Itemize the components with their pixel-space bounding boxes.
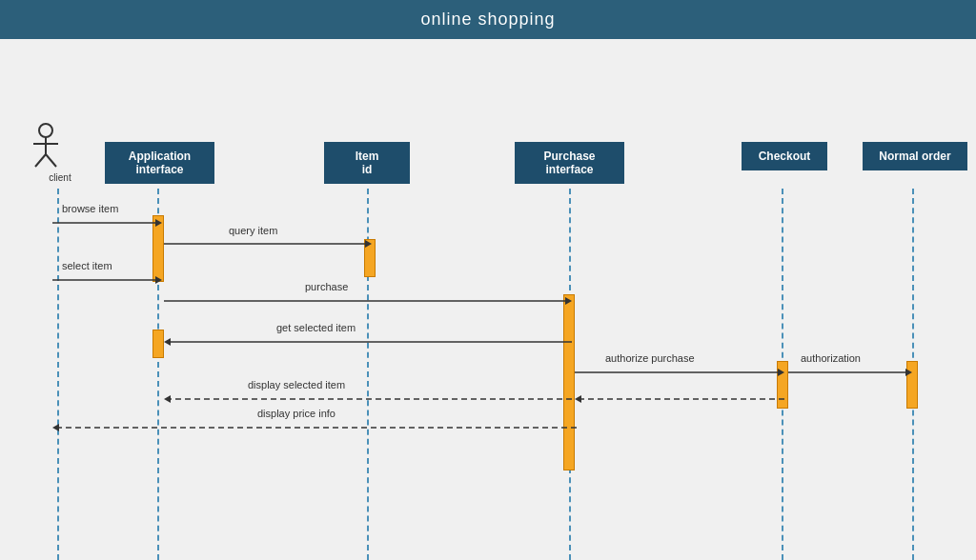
arrow-checkout-return: [575, 390, 784, 404]
label-authorize: authorize purchase: [605, 352, 695, 364]
svg-marker-14: [164, 338, 171, 346]
arrow-purchase: [164, 291, 572, 306]
activation-app-2: [152, 330, 164, 358]
svg-marker-22: [575, 395, 581, 403]
actor-app: Applicationinterface: [105, 142, 214, 184]
svg-marker-20: [164, 395, 171, 403]
diagram-area: client Applicationinterface Itemid Purch…: [0, 39, 976, 560]
svg-line-4: [46, 154, 56, 167]
arrow-display-selected: [164, 390, 572, 404]
label-display-selected: display selected item: [248, 379, 345, 390]
label-priceinfo: display price info: [257, 408, 336, 419]
arrow-select: [52, 270, 162, 285]
svg-marker-10: [155, 276, 162, 284]
user-label: client: [36, 172, 84, 183]
actor-item: Itemid: [324, 142, 410, 184]
arrow-getselected: [164, 332, 572, 347]
arrow-authorize: [575, 363, 784, 377]
svg-marker-24: [52, 424, 59, 431]
arrow-browse: [52, 213, 162, 228]
svg-marker-18: [905, 369, 912, 376]
actor-order: Normal order: [863, 142, 967, 170]
svg-marker-12: [565, 297, 572, 305]
svg-marker-16: [778, 369, 784, 376]
user-actor: [29, 123, 63, 174]
lifeline-user: [57, 189, 59, 560]
header: online shopping: [0, 0, 976, 39]
label-authorization: authorization: [801, 352, 861, 364]
actor-purchase: Purchaseinterface: [515, 142, 624, 184]
label-browse: browse item: [62, 203, 118, 214]
svg-marker-6: [155, 219, 162, 227]
label-select: select item: [62, 260, 112, 271]
label-purchase: purchase: [305, 281, 348, 292]
arrow-authorization: [788, 363, 912, 377]
svg-marker-8: [365, 240, 372, 248]
label-query: query item: [229, 225, 277, 236]
arrow-query: [164, 234, 372, 249]
svg-point-0: [39, 124, 52, 137]
actor-checkout: Checkout: [742, 142, 827, 170]
activation-purchase: [563, 294, 575, 470]
svg-line-3: [35, 154, 46, 167]
label-getselected: get selected item: [276, 322, 356, 333]
arrow-priceinfo: [52, 418, 577, 432]
